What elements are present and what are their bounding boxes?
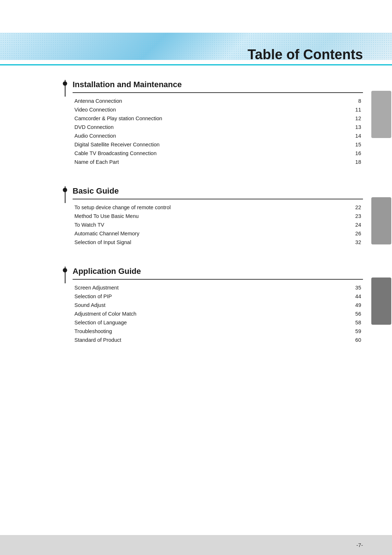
toc-item-label: Video Connection — [73, 105, 348, 114]
toc-item-page: 12 — [348, 114, 363, 123]
section-header-installation: Installation and Maintenance — [73, 80, 363, 89]
toc-row: DVD Connection13 — [73, 123, 363, 131]
section-installation: Installation and Maintenance Antenna Con… — [73, 80, 363, 166]
toc-item-label: Antenna Connection — [73, 97, 348, 105]
toc-item-label: Name of Each Part — [73, 158, 348, 166]
toc-item-page: 32 — [348, 238, 363, 247]
toc-row: To Watch TV24 — [73, 220, 363, 229]
section-title-installation: Installation and Maintenance — [73, 80, 182, 89]
toc-item-label: Standard of Product — [73, 336, 348, 344]
toc-row: Screen Adjustment35 — [73, 283, 363, 292]
toc-row: Selection of PIP44 — [73, 292, 363, 301]
section-dot-application — [63, 268, 67, 272]
section-application: Application Guide Screen Adjustment35Sel… — [73, 267, 363, 344]
section-divider-basic — [73, 199, 363, 199]
page-title: Table of Contents — [248, 47, 363, 62]
toc-item-label: Adjustment of Color Match — [73, 309, 348, 318]
footer: -7- — [0, 535, 392, 555]
side-tab-application — [371, 278, 391, 325]
toc-item-page: 18 — [348, 158, 363, 166]
toc-row: Selection of Input Signal32 — [73, 238, 363, 247]
toc-row: Audio Connection14 — [73, 131, 363, 140]
toc-row: Sound Adjust49 — [73, 301, 363, 309]
toc-item-label: Digital Satellite Receiver Connection — [73, 140, 348, 149]
toc-item-page: 22 — [348, 203, 363, 212]
toc-item-page: 56 — [348, 309, 363, 318]
section-divider-installation — [73, 92, 363, 93]
section-dot-installation — [63, 81, 67, 86]
toc-item-label: Automatic Channel Memory — [73, 229, 348, 238]
toc-item-label: Sound Adjust — [73, 301, 348, 309]
toc-item-label: Audio Connection — [73, 131, 348, 140]
toc-item-page: 24 — [348, 220, 363, 229]
toc-item-page: 26 — [348, 229, 363, 238]
toc-item-label: Camcorder & Play station Connection — [73, 114, 348, 123]
section-divider-application — [73, 279, 363, 280]
toc-row: Antenna Connection8 — [73, 97, 363, 105]
toc-item-page: 14 — [348, 131, 363, 140]
section-dot-basic — [63, 188, 67, 192]
toc-row: Name of Each Part18 — [73, 158, 363, 166]
section-title-basic: Basic Guide — [73, 186, 119, 196]
toc-item-page: 11 — [348, 105, 363, 114]
page-number: -7- — [356, 542, 363, 548]
header-cyan-line — [0, 64, 392, 65]
content-area: Installation and Maintenance Antenna Con… — [73, 80, 363, 364]
toc-row: Troubleshooting59 — [73, 327, 363, 336]
section-basic: Basic Guide To setup device change of re… — [73, 186, 363, 247]
section-header-basic: Basic Guide — [73, 186, 363, 196]
toc-row: Automatic Channel Memory26 — [73, 229, 363, 238]
toc-item-label: Selection of PIP — [73, 292, 348, 301]
side-tab-installation — [371, 91, 391, 138]
toc-row: Video Connection11 — [73, 105, 363, 114]
toc-row: Camcorder & Play station Connection12 — [73, 114, 363, 123]
toc-item-page: 35 — [348, 283, 363, 292]
toc-item-page: 49 — [348, 301, 363, 309]
toc-item-page: 58 — [348, 318, 363, 327]
side-tab-basic — [371, 197, 391, 244]
toc-table-application: Screen Adjustment35Selection of PIP44Sou… — [73, 283, 363, 344]
toc-item-page: 13 — [348, 123, 363, 131]
toc-item-label: Selection of Language — [73, 318, 348, 327]
toc-row: Digital Satellite Receiver Connection15 — [73, 140, 363, 149]
page: Table of Contents Installation and Maint… — [0, 0, 392, 555]
toc-row: Standard of Product60 — [73, 336, 363, 344]
toc-row: Adjustment of Color Match56 — [73, 309, 363, 318]
toc-item-label: To Watch TV — [73, 220, 348, 229]
toc-item-page: 8 — [348, 97, 363, 105]
toc-item-label: Cable TV Broadcasting Connection — [73, 149, 348, 158]
toc-row: To setup device change of remote control… — [73, 203, 363, 212]
header-banner: Table of Contents — [0, 33, 392, 65]
toc-table-basic: To setup device change of remote control… — [73, 203, 363, 247]
toc-row: Selection of Language58 — [73, 318, 363, 327]
toc-item-label: Screen Adjustment — [73, 283, 348, 292]
toc-table-installation: Antenna Connection8Video Connection11Cam… — [73, 97, 363, 166]
section-title-application: Application Guide — [73, 267, 141, 276]
toc-item-label: Selection of Input Signal — [73, 238, 348, 247]
toc-item-label: To setup device change of remote control — [73, 203, 348, 212]
toc-item-page: 59 — [348, 327, 363, 336]
toc-item-page: 15 — [348, 140, 363, 149]
toc-item-label: Method To Use Basic Menu — [73, 212, 348, 220]
section-header-application: Application Guide — [73, 267, 363, 276]
toc-row: Cable TV Broadcasting Connection16 — [73, 149, 363, 158]
toc-item-label: DVD Connection — [73, 123, 348, 131]
toc-row: Method To Use Basic Menu23 — [73, 212, 363, 220]
toc-item-page: 44 — [348, 292, 363, 301]
toc-item-page: 60 — [348, 336, 363, 344]
toc-item-label: Troubleshooting — [73, 327, 348, 336]
toc-item-page: 16 — [348, 149, 363, 158]
toc-item-page: 23 — [348, 212, 363, 220]
